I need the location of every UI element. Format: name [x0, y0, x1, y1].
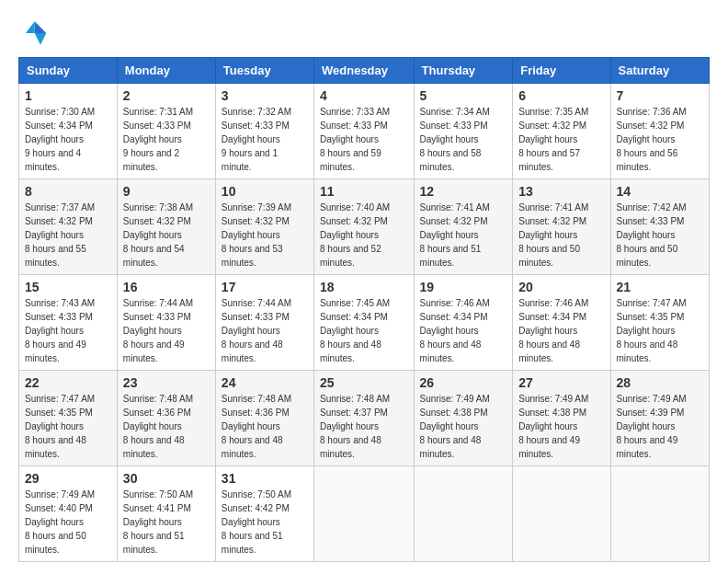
- calendar-table: SundayMondayTuesdayWednesdayThursdayFrid…: [18, 57, 710, 562]
- calendar-cell: 28 Sunrise: 7:49 AMSunset: 4:39 PMDaylig…: [610, 371, 709, 466]
- calendar-cell: 4 Sunrise: 7:33 AMSunset: 4:33 PMDayligh…: [314, 84, 415, 179]
- logo: [18, 18, 51, 48]
- day-info: Sunrise: 7:46 AMSunset: 4:34 PMDaylight …: [518, 298, 588, 363]
- calendar-cell: [414, 466, 513, 562]
- calendar-week-row: 15 Sunrise: 7:43 AMSunset: 4:33 PMDaylig…: [19, 275, 710, 371]
- logo-icon: [18, 18, 48, 48]
- calendar-cell: 10 Sunrise: 7:39 AMSunset: 4:32 PMDaylig…: [215, 179, 313, 275]
- calendar-cell: 2 Sunrise: 7:31 AMSunset: 4:33 PMDayligh…: [117, 84, 215, 179]
- day-info: Sunrise: 7:35 AMSunset: 4:32 PMDaylight …: [518, 107, 588, 172]
- day-number: 22: [25, 375, 111, 390]
- weekday-header: Thursday: [414, 58, 513, 84]
- day-info: Sunrise: 7:30 AMSunset: 4:34 PMDaylight …: [25, 107, 95, 172]
- day-info: Sunrise: 7:48 AMSunset: 4:36 PMDaylight …: [123, 394, 193, 459]
- day-number: 10: [222, 184, 308, 199]
- calendar-cell: 11 Sunrise: 7:40 AMSunset: 4:32 PMDaylig…: [314, 179, 415, 275]
- day-number: 27: [518, 375, 604, 390]
- day-number: 30: [123, 471, 210, 486]
- calendar-cell: 5 Sunrise: 7:34 AMSunset: 4:33 PMDayligh…: [414, 84, 513, 179]
- day-number: 13: [518, 184, 604, 199]
- day-info: Sunrise: 7:49 AMSunset: 4:39 PMDaylight …: [617, 394, 687, 459]
- day-number: 3: [222, 88, 308, 103]
- calendar-cell: [513, 466, 610, 562]
- calendar-cell: 1 Sunrise: 7:30 AMSunset: 4:34 PMDayligh…: [19, 84, 118, 179]
- calendar-cell: [610, 466, 709, 562]
- svg-marker-0: [35, 21, 47, 33]
- weekday-header: Friday: [513, 58, 610, 84]
- calendar-cell: 27 Sunrise: 7:49 AMSunset: 4:38 PMDaylig…: [513, 371, 610, 466]
- day-number: 20: [518, 280, 604, 294]
- weekday-header: Saturday: [610, 58, 709, 84]
- day-number: 8: [25, 184, 111, 199]
- day-number: 12: [420, 184, 507, 199]
- day-number: 29: [25, 471, 111, 486]
- day-info: Sunrise: 7:47 AMSunset: 4:35 PMDaylight …: [25, 394, 95, 459]
- calendar-week-row: 8 Sunrise: 7:37 AMSunset: 4:32 PMDayligh…: [19, 179, 710, 275]
- day-number: 24: [222, 375, 308, 390]
- weekday-header: Monday: [117, 58, 215, 84]
- day-info: Sunrise: 7:44 AMSunset: 4:33 PMDaylight …: [123, 298, 193, 363]
- day-number: 1: [25, 88, 111, 103]
- day-info: Sunrise: 7:47 AMSunset: 4:35 PMDaylight …: [617, 298, 687, 363]
- day-info: Sunrise: 7:39 AMSunset: 4:32 PMDaylight …: [222, 202, 291, 268]
- svg-marker-1: [35, 33, 47, 45]
- day-number: 23: [123, 375, 210, 390]
- calendar-cell: 30 Sunrise: 7:50 AMSunset: 4:41 PMDaylig…: [117, 466, 215, 562]
- day-number: 9: [123, 184, 210, 199]
- calendar-cell: 12 Sunrise: 7:41 AMSunset: 4:32 PMDaylig…: [414, 179, 513, 275]
- day-info: Sunrise: 7:41 AMSunset: 4:32 PMDaylight …: [518, 202, 588, 268]
- day-number: 31: [222, 471, 308, 486]
- day-info: Sunrise: 7:38 AMSunset: 4:32 PMDaylight …: [123, 202, 193, 268]
- calendar-cell: 29 Sunrise: 7:49 AMSunset: 4:40 PMDaylig…: [19, 466, 118, 562]
- day-info: Sunrise: 7:37 AMSunset: 4:32 PMDaylight …: [25, 202, 95, 268]
- day-number: 14: [617, 184, 703, 199]
- day-number: 17: [222, 280, 308, 294]
- day-info: Sunrise: 7:42 AMSunset: 4:33 PMDaylight …: [617, 202, 687, 268]
- day-info: Sunrise: 7:34 AMSunset: 4:33 PMDaylight …: [420, 107, 490, 172]
- day-info: Sunrise: 7:49 AMSunset: 4:40 PMDaylight …: [25, 489, 95, 555]
- calendar-cell: 24 Sunrise: 7:48 AMSunset: 4:36 PMDaylig…: [215, 371, 313, 466]
- day-number: 16: [123, 280, 210, 294]
- calendar-cell: 9 Sunrise: 7:38 AMSunset: 4:32 PMDayligh…: [117, 179, 215, 275]
- calendar-cell: 7 Sunrise: 7:36 AMSunset: 4:32 PMDayligh…: [610, 84, 709, 179]
- calendar-cell: 3 Sunrise: 7:32 AMSunset: 4:33 PMDayligh…: [215, 84, 313, 179]
- calendar-cell: 25 Sunrise: 7:48 AMSunset: 4:37 PMDaylig…: [314, 371, 415, 466]
- calendar-cell: 20 Sunrise: 7:46 AMSunset: 4:34 PMDaylig…: [513, 275, 610, 371]
- day-number: 18: [320, 280, 408, 294]
- calendar-cell: 8 Sunrise: 7:37 AMSunset: 4:32 PMDayligh…: [19, 179, 118, 275]
- day-info: Sunrise: 7:45 AMSunset: 4:34 PMDaylight …: [320, 298, 390, 363]
- day-number: 25: [320, 375, 408, 390]
- weekday-header: Sunday: [19, 58, 118, 84]
- day-info: Sunrise: 7:43 AMSunset: 4:33 PMDaylight …: [25, 298, 95, 363]
- day-info: Sunrise: 7:46 AMSunset: 4:34 PMDaylight …: [420, 298, 490, 363]
- calendar-week-row: 29 Sunrise: 7:49 AMSunset: 4:40 PMDaylig…: [19, 466, 710, 562]
- calendar-week-row: 1 Sunrise: 7:30 AMSunset: 4:34 PMDayligh…: [19, 84, 710, 179]
- day-info: Sunrise: 7:31 AMSunset: 4:33 PMDaylight …: [123, 107, 193, 172]
- calendar-cell: 23 Sunrise: 7:48 AMSunset: 4:36 PMDaylig…: [117, 371, 215, 466]
- day-number: 19: [420, 280, 507, 294]
- day-number: 7: [617, 88, 703, 103]
- day-info: Sunrise: 7:48 AMSunset: 4:36 PMDaylight …: [222, 394, 291, 459]
- calendar-cell: 13 Sunrise: 7:41 AMSunset: 4:32 PMDaylig…: [513, 179, 610, 275]
- day-info: Sunrise: 7:32 AMSunset: 4:33 PMDaylight …: [222, 107, 291, 172]
- weekday-header: Tuesday: [215, 58, 313, 84]
- calendar-cell: 31 Sunrise: 7:50 AMSunset: 4:42 PMDaylig…: [215, 466, 313, 562]
- calendar-cell: 21 Sunrise: 7:47 AMSunset: 4:35 PMDaylig…: [610, 275, 709, 371]
- day-info: Sunrise: 7:49 AMSunset: 4:38 PMDaylight …: [518, 394, 588, 459]
- day-number: 11: [320, 184, 408, 199]
- day-number: 5: [420, 88, 507, 103]
- calendar-cell: [314, 466, 415, 562]
- day-number: 28: [617, 375, 703, 390]
- day-number: 2: [123, 88, 210, 103]
- day-info: Sunrise: 7:33 AMSunset: 4:33 PMDaylight …: [320, 107, 390, 172]
- day-info: Sunrise: 7:44 AMSunset: 4:33 PMDaylight …: [222, 298, 291, 363]
- day-number: 4: [320, 88, 408, 103]
- calendar-cell: 17 Sunrise: 7:44 AMSunset: 4:33 PMDaylig…: [215, 275, 313, 371]
- calendar-cell: 26 Sunrise: 7:49 AMSunset: 4:38 PMDaylig…: [414, 371, 513, 466]
- calendar-cell: 18 Sunrise: 7:45 AMSunset: 4:34 PMDaylig…: [314, 275, 415, 371]
- day-number: 15: [25, 280, 111, 294]
- calendar-week-row: 22 Sunrise: 7:47 AMSunset: 4:35 PMDaylig…: [19, 371, 710, 466]
- day-info: Sunrise: 7:36 AMSunset: 4:32 PMDaylight …: [617, 107, 687, 172]
- day-number: 6: [518, 88, 604, 103]
- weekday-header: Wednesday: [314, 58, 415, 84]
